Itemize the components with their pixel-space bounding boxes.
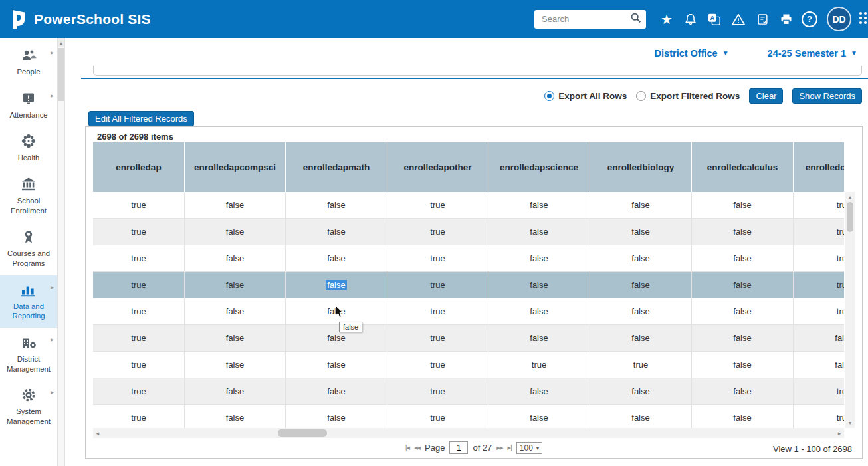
sidebar-item-school-enrollment[interactable]: School Enrollment [0, 170, 57, 222]
table-cell[interactable]: true [794, 405, 844, 428]
table-cell[interactable]: false [692, 272, 794, 298]
table-cell[interactable]: false [590, 192, 692, 218]
term-selector[interactable]: 24-25 Semester 1 ▼ [768, 48, 857, 58]
table-cell[interactable]: true [794, 192, 844, 218]
sidebar-scrollbar[interactable]: ▲ [57, 38, 65, 466]
table-cell[interactable]: true [93, 325, 185, 351]
sidebar-item-data-and-reporting[interactable]: ▸Data and Reporting [0, 275, 57, 328]
table-cell[interactable]: false [692, 245, 794, 271]
show-records-button[interactable]: Show Records [792, 88, 862, 104]
vertical-scrollbar[interactable]: ▲ ▼ [845, 192, 855, 428]
help-icon[interactable]: ? [802, 11, 817, 27]
table-cell[interactable]: false [488, 405, 590, 428]
sidebar-item-system-management[interactable]: ▸System Management [0, 380, 57, 433]
column-header-enrolledap[interactable]: enrolledap [93, 142, 185, 192]
table-cell[interactable]: false [185, 352, 286, 378]
table-cell[interactable]: false [590, 272, 692, 298]
column-header-enrolledapcompsci[interactable]: enrolledapcompsci [185, 142, 286, 192]
favorites-star-icon[interactable]: ★ [658, 11, 675, 28]
table-cell[interactable]: true [387, 272, 488, 298]
table-cell[interactable]: false [286, 405, 387, 428]
table-cell[interactable]: false [488, 325, 590, 351]
sidebar-item-health[interactable]: Health [0, 126, 57, 170]
table-cell[interactable]: true [794, 219, 844, 245]
scroll-up-icon[interactable]: ▲ [845, 193, 855, 201]
scroll-up-icon[interactable]: ▲ [58, 38, 64, 47]
table-cell[interactable]: false [590, 219, 692, 245]
table-row[interactable]: truefalsefalsetruefalsefalsefalsefalse [93, 325, 844, 352]
scroll-right-icon[interactable]: ▸ [835, 428, 844, 438]
table-cell[interactable]: true [387, 245, 488, 271]
sidebar-item-people[interactable]: ▸People [0, 41, 57, 84]
page-number-input[interactable] [449, 441, 468, 454]
table-cell[interactable]: false [590, 325, 692, 351]
previous-page-icon[interactable]: ◂◂ [414, 443, 420, 452]
table-cell[interactable]: false [590, 378, 692, 404]
table-cell[interactable]: true [794, 298, 844, 324]
search-input[interactable] [540, 13, 630, 25]
column-header-enrolledapother[interactable]: enrolledapother [387, 142, 488, 192]
table-cell[interactable]: false [488, 298, 590, 324]
column-header-enrolledchemistry[interactable]: enrolledchemistry [794, 142, 844, 192]
table-cell[interactable]: false [286, 245, 387, 271]
table-cell[interactable]: false [692, 405, 794, 428]
scroll-down-icon[interactable]: ▼ [845, 419, 855, 427]
table-row[interactable]: truefalsefalsetruetruetruefalsefalse [93, 352, 844, 378]
table-cell[interactable]: true [590, 352, 692, 378]
horizontal-scroll-thumb[interactable] [278, 429, 327, 437]
table-cell[interactable]: false [692, 378, 794, 404]
column-header-enrolledcalculus[interactable]: enrolledcalculus [692, 142, 794, 192]
horizontal-scrollbar[interactable]: ◂ ▸ [93, 428, 844, 438]
table-row[interactable]: truefalsefalsetruefalsefalsefalsetrue [93, 405, 844, 428]
table-cell[interactable]: true [387, 325, 488, 351]
export-filtered-rows-radio[interactable]: Export Filtered Rows [636, 91, 740, 101]
next-page-icon[interactable]: ▸▸ [496, 443, 502, 452]
table-cell[interactable]: true [93, 272, 185, 298]
table-cell[interactable]: false [185, 298, 286, 324]
table-row[interactable]: truefalsefalsetruefalsefalsefalsetrue [93, 378, 844, 405]
table-cell[interactable]: false [590, 405, 692, 428]
table-cell[interactable]: true [387, 378, 488, 404]
table-cell[interactable]: false [692, 192, 794, 218]
powerschool-logo-icon[interactable] [9, 9, 28, 30]
first-page-icon[interactable]: |◂ [405, 443, 409, 452]
table-cell[interactable]: false [590, 298, 692, 324]
table-cell[interactable]: false [286, 352, 387, 378]
print-icon[interactable] [778, 11, 795, 28]
translator-icon[interactable]: A [706, 11, 723, 28]
table-cell[interactable]: false [185, 219, 286, 245]
table-cell[interactable]: false [185, 272, 286, 298]
table-cell[interactable]: false [794, 325, 844, 351]
table-cell[interactable]: false [185, 405, 286, 428]
table-cell[interactable]: false [286, 378, 387, 404]
sidebar-item-district-management[interactable]: ▸District Management [0, 328, 57, 380]
table-cell[interactable]: false [488, 245, 590, 271]
table-cell[interactable]: false [185, 325, 286, 351]
sidebar-item-attendance[interactable]: ▸Attendance [0, 84, 57, 127]
clear-button[interactable]: Clear [749, 88, 783, 104]
table-cell[interactable]: true [93, 192, 185, 218]
table-cell[interactable]: false [692, 352, 794, 378]
apps-grid-icon[interactable] [858, 11, 868, 28]
user-avatar[interactable]: DD [827, 7, 851, 31]
column-header-enrolledapmath[interactable]: enrolledapmath [286, 142, 387, 192]
school-selector[interactable]: District Office ▼ [655, 48, 729, 58]
table-cell[interactable]: false [590, 245, 692, 271]
table-cell[interactable]: false [185, 245, 286, 271]
table-cell[interactable]: true [488, 352, 590, 378]
table-cell[interactable]: false [692, 219, 794, 245]
notifications-bell-icon[interactable] [682, 11, 699, 28]
table-cell[interactable]: false [286, 219, 387, 245]
table-cell[interactable]: true [387, 298, 488, 324]
table-cell[interactable]: true [93, 405, 185, 428]
column-header-enrolledapscience[interactable]: enrolledapscience [488, 142, 590, 192]
alerts-warning-icon[interactable] [730, 11, 747, 28]
table-cell[interactable]: true [93, 378, 185, 404]
page-size-select[interactable]: 100 ▾ [516, 442, 543, 454]
table-cell[interactable]: false [185, 378, 286, 404]
table-cell[interactable]: true [93, 298, 185, 324]
table-cell[interactable]: false [488, 219, 590, 245]
table-cell[interactable]: true [794, 245, 844, 271]
table-cell[interactable]: false [286, 272, 387, 298]
table-cell[interactable]: false [692, 325, 794, 351]
